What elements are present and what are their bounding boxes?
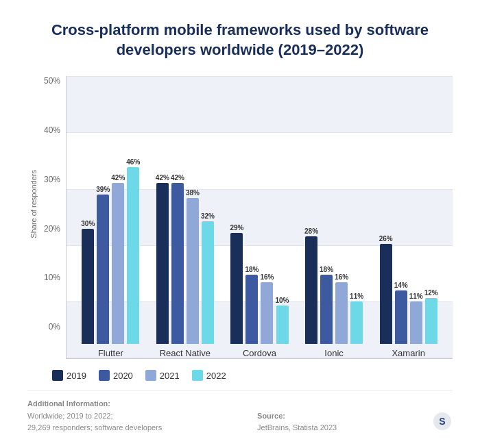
bar-value-label: 18% — [245, 266, 259, 273]
bar-2019 — [82, 229, 94, 344]
chart-card: Cross-platform mobile frameworks used by… — [0, 0, 480, 448]
bar-2022 — [127, 167, 139, 344]
y-tick: 40% — [44, 125, 60, 135]
bar-wrap: 30% — [81, 220, 95, 344]
bar-value-label: 29% — [230, 224, 243, 232]
bar-value-label: 30% — [81, 220, 95, 227]
bar-2021 — [112, 183, 124, 344]
bar-wrap: 14% — [394, 282, 408, 344]
bar-2021 — [335, 282, 348, 344]
bar-wrap: 29% — [230, 224, 243, 344]
bar-wrap: 26% — [379, 235, 393, 344]
legend-color-box — [192, 370, 203, 381]
bar-wrap: 18% — [320, 266, 333, 344]
bar-group: 28%18%16%11%Ionic — [297, 227, 372, 358]
bar-value-label: 14% — [394, 282, 408, 289]
bar-value-label: 11% — [350, 293, 363, 300]
y-tick: 10% — [44, 273, 60, 282]
bar-wrap: 16% — [260, 273, 274, 344]
bar-group: 26%14%11%12%Xamarin — [371, 235, 446, 358]
footer-additional: Additional Information: Worldwide; 2019 … — [27, 398, 162, 434]
bar-value-label: 46% — [126, 158, 140, 166]
bar-value-label: 11% — [409, 293, 423, 300]
bar-wrap: 16% — [335, 273, 348, 344]
y-tick: 30% — [44, 175, 60, 184]
legend-label: 2021 — [160, 371, 180, 381]
bar-value-label: 42% — [156, 174, 169, 182]
bar-wrap: 42% — [111, 174, 125, 344]
bar-value-label: 39% — [96, 186, 110, 193]
bar-value-label: 42% — [171, 174, 184, 182]
bar-group: 29%18%16%10%Cordova — [222, 224, 297, 358]
bar-wrap: 11% — [350, 293, 363, 344]
bar-value-label: 26% — [379, 235, 393, 242]
footer-source: Source: JetBrains, Statista 2023 — [257, 410, 337, 434]
group-label: Flutter — [98, 348, 123, 358]
bar-group: 30%39%42%46%Flutter — [73, 158, 148, 358]
y-axis: 0%10%20%30%40%50% — [41, 76, 66, 359]
bar-value-label: 32% — [201, 212, 215, 220]
bar-wrap: 12% — [424, 289, 438, 344]
bar-2021 — [410, 301, 422, 344]
bar-2020 — [320, 275, 333, 344]
bar-2019 — [305, 236, 317, 344]
statista-logo: S — [432, 411, 453, 434]
bar-2021 — [187, 198, 199, 344]
bar-wrap: 46% — [126, 158, 140, 344]
y-tick: 0% — [49, 322, 60, 332]
bar-value-label: 38% — [186, 189, 200, 197]
bar-value-label: 18% — [320, 266, 333, 273]
bar-value-label: 12% — [424, 289, 438, 297]
bar-wrap: 42% — [171, 174, 184, 344]
legend-label: 2019 — [67, 371, 86, 381]
bar-value-label: 16% — [260, 273, 274, 281]
bar-wrap: 10% — [276, 297, 289, 344]
bar-2020 — [97, 195, 109, 344]
legend-item-2020: 2020 — [99, 370, 133, 381]
bar-wrap: 42% — [156, 174, 169, 344]
y-tick: 20% — [44, 224, 60, 234]
bar-wrap: 32% — [201, 212, 215, 344]
bar-2020 — [245, 275, 258, 344]
legend-color-box — [99, 370, 110, 381]
legend-item-2021: 2021 — [145, 370, 180, 381]
bar-2022 — [350, 301, 363, 344]
bar-wrap: 39% — [96, 186, 110, 344]
bar-wrap: 28% — [304, 227, 318, 344]
group-label: React Native — [160, 348, 211, 358]
bar-2020 — [395, 290, 407, 344]
legend-label: 2022 — [206, 371, 226, 381]
group-label: Xamarin — [392, 348, 424, 358]
y-tick: 50% — [44, 76, 60, 86]
bar-2019 — [156, 183, 169, 344]
bar-2022 — [202, 221, 214, 344]
bar-value-label: 28% — [304, 227, 318, 235]
footer: Additional Information: Worldwide; 2019 … — [27, 390, 453, 434]
svg-text:S: S — [439, 416, 445, 427]
legend-item-2019: 2019 — [52, 370, 86, 381]
bar-2022 — [425, 298, 437, 344]
bar-wrap: 18% — [245, 266, 259, 344]
legend-item-2022: 2022 — [192, 370, 226, 381]
legend-color-box — [145, 370, 156, 381]
chart-title: Cross-platform mobile frameworks used by… — [27, 21, 453, 60]
bar-2020 — [171, 183, 184, 344]
bar-value-label: 42% — [111, 174, 125, 182]
legend: 2019202020212022 — [27, 370, 453, 381]
bar-value-label: 16% — [335, 273, 348, 281]
bar-2019 — [380, 244, 392, 344]
bar-wrap: 11% — [409, 293, 423, 344]
legend-color-box — [52, 370, 63, 381]
bar-2021 — [261, 282, 273, 344]
bar-value-label: 10% — [276, 297, 289, 304]
bar-wrap: 38% — [186, 189, 200, 344]
group-label: Ionic — [324, 348, 343, 358]
legend-label: 2020 — [113, 371, 133, 381]
group-label: Cordova — [243, 348, 276, 358]
bar-2022 — [276, 306, 289, 344]
y-axis-label: Share of responders — [29, 170, 38, 238]
bar-group: 42%42%38%32%React Native — [148, 174, 223, 358]
bar-2019 — [230, 233, 243, 344]
